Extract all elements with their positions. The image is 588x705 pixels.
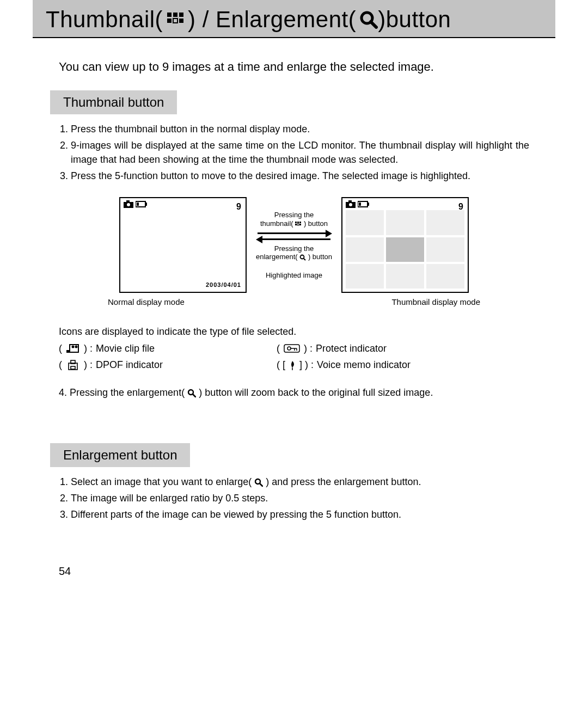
thumbnail-steps: Press the thumbnail button in the normal… [59,122,529,183]
battery-icon [136,201,148,207]
svg-rect-26 [367,203,369,206]
svg-rect-31 [66,350,69,353]
voice-memo-icon [289,360,296,371]
svg-rect-3 [167,19,171,23]
section-heading-thumbnail: Thumbnail button [50,90,177,114]
enlargement-steps: Select an image that you want to enlarge… [59,475,529,522]
transition-labels: Pressing the thumbnail( ) button Pressin… [253,211,335,279]
thumbnail-icon [295,222,302,227]
camera-icon [124,200,133,208]
mode-diagram: 9 2003/04/01 Pressing the thumbnail( ) b… [59,197,529,293]
svg-rect-12 [145,203,147,206]
svg-rect-13 [137,203,139,206]
magnify-icon [359,10,378,29]
svg-rect-39 [71,366,75,369]
caption-normal: Normal display mode [108,296,185,308]
svg-point-24 [349,203,352,206]
thumbnail-grid [346,210,464,289]
svg-rect-14 [295,222,297,223]
protect-icon [283,344,301,353]
thumbnail-display-lcd: 9 [341,197,469,293]
arrow-left-icon [258,238,330,240]
normal-display-lcd: 9 2003/04/01 [119,197,247,293]
list-item: 9-images will be displayed at the same t… [71,138,529,167]
list-item: The image will be enlarged ratio by 0.5 … [71,491,529,505]
svg-point-10 [127,203,130,206]
svg-rect-4 [173,19,177,23]
list-item: Press the 5-function button to move to t… [71,169,529,183]
list-item: Different parts of the image can be view… [71,507,529,522]
arrow-right-icon [258,232,330,234]
svg-rect-5 [179,19,183,23]
svg-point-30 [75,346,78,348]
date-stamp: 2003/04/01 [206,281,241,290]
movie-clip-icon [65,344,81,353]
svg-point-20 [301,255,304,259]
camera-icon [346,200,356,208]
svg-rect-16 [299,222,301,223]
page-number: 54 [59,565,555,578]
svg-rect-1 [173,13,177,17]
list-item: Select an image that you want to enlarge… [71,475,529,489]
list-item: Press the thumbnail button in the normal… [71,122,529,136]
magnify-icon [187,389,196,397]
svg-rect-15 [297,222,299,223]
svg-rect-27 [359,203,361,206]
svg-rect-2 [179,13,183,17]
legend-intro: Icons are displayed to indicate the type… [59,323,529,340]
step-4: 4. Pressing the enlargement( ) button wi… [59,385,529,400]
svg-rect-0 [167,13,171,17]
section-heading-enlargement: Enlargement button [50,443,190,467]
svg-rect-18 [297,224,299,225]
svg-rect-23 [348,200,352,203]
highlighted-cell [386,237,424,262]
title-text: ) / Enlargement( [188,7,356,33]
battery-icon [358,201,370,207]
thumbnail-icon [166,11,185,28]
svg-line-44 [260,483,262,486]
page-title: Thumbnail( ) / Enlargement( )button [33,0,555,38]
magnify-icon [299,254,306,261]
image-count: 9 [236,200,241,213]
highlighted-label: Highlighted image [253,271,335,280]
caption-thumbnail: Thumbnail display mode [391,296,480,308]
svg-rect-19 [299,224,301,225]
svg-rect-9 [126,200,130,203]
title-text: Thumbnail( [46,7,163,33]
svg-point-29 [72,346,75,348]
svg-rect-17 [295,224,297,225]
icon-legend: Icons are displayed to indicate the type… [59,323,529,373]
svg-line-7 [371,22,376,27]
svg-point-33 [287,347,291,350]
title-text: )button [378,7,451,33]
dpof-icon [65,360,81,371]
svg-line-42 [193,394,195,397]
svg-line-21 [304,259,305,260]
magnify-icon [254,478,263,487]
intro-text: You can view up to 9 images at a time an… [33,38,555,90]
